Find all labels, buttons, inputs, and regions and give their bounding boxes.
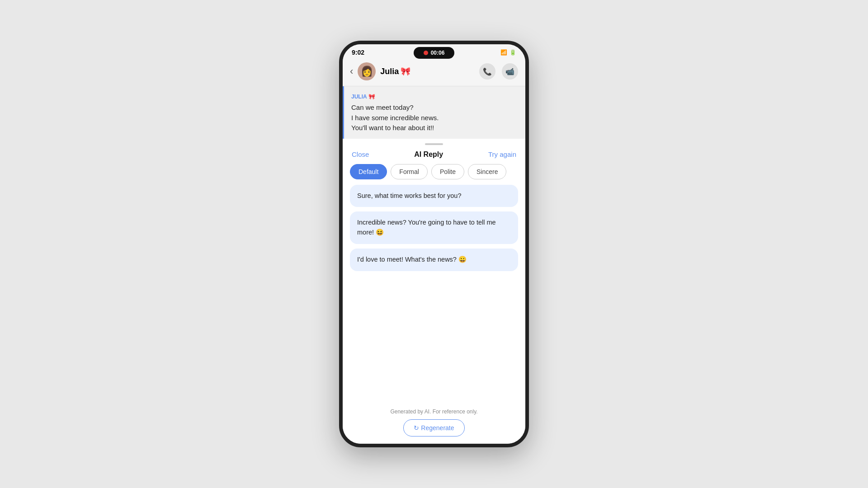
tone-formal-button[interactable]: Formal bbox=[391, 164, 428, 179]
ai-reply-panel: Close AI Reply Try again Default Formal … bbox=[343, 139, 525, 444]
battery-icon: 🔋 bbox=[509, 49, 516, 56]
sender-label-emoji: 🎀 bbox=[368, 94, 375, 100]
message-line-3: You'll want to hear about it!! bbox=[351, 123, 518, 133]
camera-pill: 00:06 bbox=[414, 47, 454, 59]
tone-filters: Default Formal Polite Sincere bbox=[343, 162, 525, 185]
suggestion-3[interactable]: I'd love to meet! What's the news? 😀 bbox=[350, 249, 518, 271]
tone-polite-button[interactable]: Polite bbox=[431, 164, 464, 179]
camera-dot bbox=[424, 51, 428, 55]
close-button[interactable]: Close bbox=[352, 150, 369, 158]
tone-sincere-button[interactable]: Sincere bbox=[468, 164, 506, 179]
camera-timer: 00:06 bbox=[431, 50, 445, 56]
contact-emoji: 🎀 bbox=[401, 66, 410, 76]
contact-name: Julia 🎀 bbox=[380, 66, 475, 76]
status-icons: 📶 🔋 bbox=[500, 49, 516, 56]
wifi-icon: 📶 bbox=[500, 49, 507, 56]
video-call-button[interactable]: 📹 bbox=[502, 63, 518, 80]
panel-header: Close AI Reply Try again bbox=[343, 145, 525, 162]
status-bar: 9:02 00:06 📶 🔋 bbox=[343, 44, 525, 59]
suggestions-list: Sure, what time works best for you? Incr… bbox=[343, 185, 525, 404]
contact-name-text: Julia bbox=[380, 67, 399, 76]
message-line-2: I have some incredible news. bbox=[351, 113, 518, 123]
suggestion-2[interactable]: Incredible news? You're going to have to… bbox=[350, 211, 518, 244]
tone-default-button[interactable]: Default bbox=[350, 164, 387, 179]
try-again-button[interactable]: Try again bbox=[488, 150, 516, 158]
ai-disclaimer: Generated by AI. For reference only. bbox=[343, 404, 525, 418]
status-time: 9:02 bbox=[352, 49, 364, 56]
phone-frame: 9:02 00:06 📶 🔋 ‹ 👩 Julia 🎀 📞 📹 JULIA 🎀 C… bbox=[339, 41, 529, 447]
regenerate-button[interactable]: ↻ Regenerate bbox=[403, 419, 464, 436]
suggestion-1[interactable]: Sure, what time works best for you? bbox=[350, 185, 518, 207]
message-line-1: Can we meet today? bbox=[351, 103, 518, 113]
panel-title: AI Reply bbox=[414, 150, 443, 159]
call-button[interactable]: 📞 bbox=[479, 63, 495, 80]
header-actions: 📞 📹 bbox=[479, 63, 518, 80]
incoming-message-area: JULIA 🎀 Can we meet today? I have some i… bbox=[343, 86, 525, 139]
avatar: 👩 bbox=[358, 62, 376, 80]
sender-name: JULIA bbox=[351, 94, 367, 100]
sender-label: JULIA 🎀 bbox=[351, 94, 518, 100]
incoming-message-text: Can we meet today? I have some incredibl… bbox=[351, 103, 518, 133]
chat-header: ‹ 👩 Julia 🎀 📞 📹 bbox=[343, 59, 525, 86]
back-button[interactable]: ‹ bbox=[350, 66, 353, 77]
